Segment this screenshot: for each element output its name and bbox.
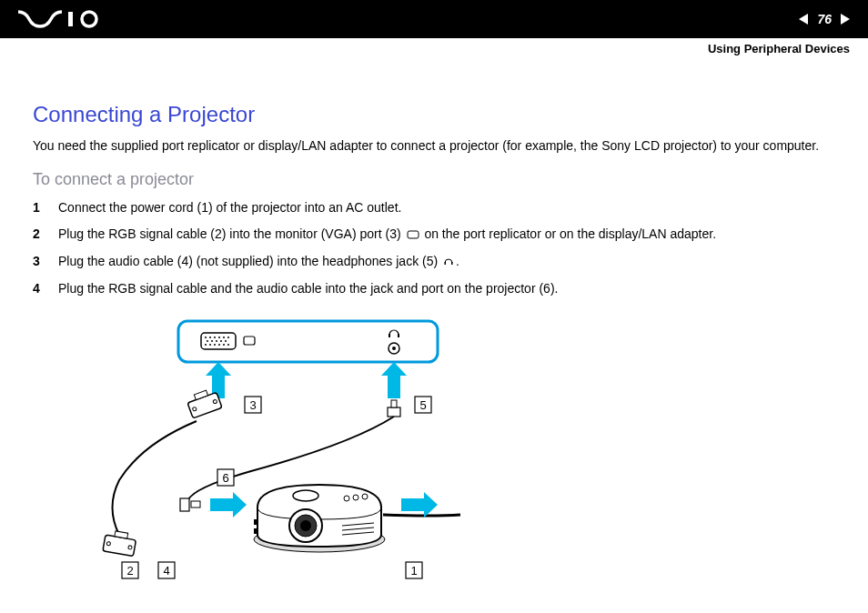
- step-4: 4 Plug the RGB signal cable and the audi…: [33, 279, 835, 298]
- svg-point-23: [227, 344, 229, 346]
- svg-point-28: [392, 347, 396, 350]
- svg-point-14: [211, 340, 213, 342]
- step-list: 1 Connect the power cord (1) of the proj…: [33, 198, 835, 298]
- step-text: Connect the power cord (1) of the projec…: [58, 198, 835, 217]
- svg-point-22: [223, 344, 225, 346]
- svg-point-12: [227, 337, 229, 338]
- svg-point-18: [205, 344, 207, 346]
- diagram-label-3: 3: [249, 398, 256, 412]
- svg-point-17: [225, 340, 227, 342]
- step-number: 2: [33, 225, 58, 244]
- step-number: 1: [33, 198, 58, 217]
- step-text: Plug the RGB signal cable (2) into the m…: [58, 225, 835, 245]
- next-page-arrow[interactable]: [841, 14, 850, 25]
- svg-rect-40: [391, 400, 397, 407]
- svg-rect-3: [445, 262, 447, 265]
- svg-marker-48: [233, 492, 247, 518]
- subtitle: To connect a projector: [33, 170, 835, 189]
- svg-marker-32: [381, 362, 407, 376]
- intro-text: You need the supplied port replicator or…: [33, 136, 835, 156]
- prev-page-arrow[interactable]: [799, 14, 808, 25]
- monitor-port-icon: [407, 226, 419, 245]
- page-title: Connecting a Projector: [33, 102, 835, 127]
- diagram-label-2: 2: [126, 564, 133, 578]
- svg-point-20: [214, 344, 216, 346]
- step-3: 3 Plug the audio cable (4) (not supplied…: [33, 252, 835, 272]
- svg-rect-39: [388, 407, 400, 417]
- page-nav: 76: [799, 12, 850, 26]
- step-text: Plug the RGB signal cable and the audio …: [58, 279, 835, 298]
- svg-rect-25: [389, 334, 390, 337]
- svg-point-7: [205, 337, 207, 338]
- svg-rect-4: [451, 262, 453, 265]
- svg-rect-2: [408, 231, 419, 238]
- svg-rect-62: [254, 528, 257, 534]
- step-2: 2 Plug the RGB signal cable (2) into the…: [33, 225, 835, 245]
- svg-marker-30: [206, 362, 231, 376]
- svg-point-8: [209, 337, 211, 338]
- svg-point-54: [293, 490, 318, 501]
- page-content: Connecting a Projector You need the supp…: [0, 38, 868, 611]
- svg-marker-64: [424, 492, 438, 518]
- vaio-logo: [18, 10, 105, 28]
- svg-point-13: [207, 340, 208, 342]
- svg-point-11: [223, 337, 225, 338]
- step-number: 3: [33, 252, 58, 271]
- svg-rect-26: [398, 334, 399, 337]
- diagram-label-4: 4: [163, 564, 169, 578]
- svg-rect-46: [191, 501, 200, 507]
- step-1: 1 Connect the power cord (1) of the proj…: [33, 198, 835, 217]
- diagram-label-6: 6: [222, 471, 228, 485]
- svg-rect-0: [68, 12, 73, 26]
- svg-point-21: [218, 344, 220, 346]
- svg-rect-24: [244, 337, 255, 345]
- svg-point-15: [216, 340, 217, 342]
- diagram-label-5: 5: [419, 398, 426, 412]
- svg-point-1: [82, 12, 96, 26]
- svg-point-16: [220, 340, 222, 342]
- svg-point-10: [218, 337, 220, 338]
- step-text: Plug the audio cable (4) (not supplied) …: [58, 252, 835, 272]
- section-name: Using Peripheral Devices: [708, 42, 850, 55]
- svg-point-19: [209, 344, 211, 346]
- svg-rect-61: [254, 519, 257, 525]
- svg-rect-6: [201, 333, 236, 349]
- headphone-jack-icon: [443, 253, 454, 272]
- connection-diagram: 3 5: [69, 317, 835, 593]
- header-bar: 76: [0, 0, 868, 38]
- diagram-label-1: 1: [410, 564, 417, 578]
- svg-rect-45: [180, 498, 189, 511]
- page-number: 76: [817, 12, 832, 26]
- svg-point-9: [214, 337, 216, 338]
- step-number: 4: [33, 279, 58, 298]
- svg-point-53: [300, 520, 311, 531]
